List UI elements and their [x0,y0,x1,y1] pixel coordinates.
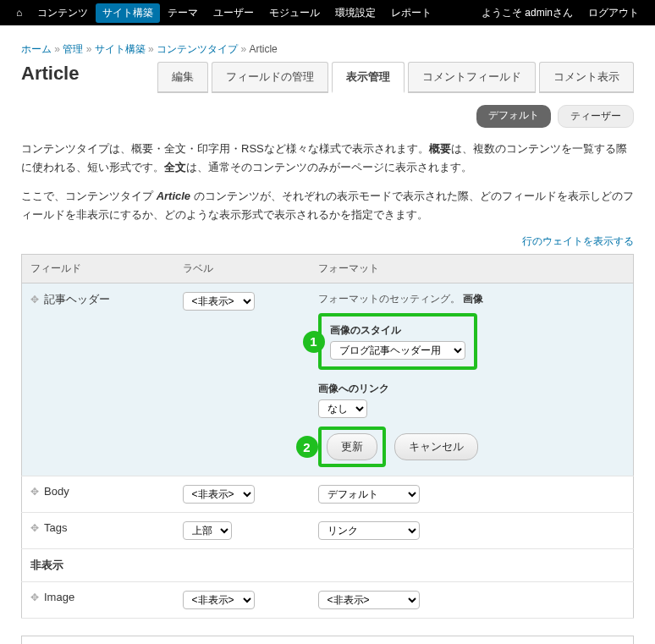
annotation-badge-2: 2 [296,436,318,458]
nav-module[interactable]: モジュール [261,0,328,25]
custom-display-settings[interactable]: ▸カスタムの表示設定 [21,636,634,644]
field-display-table: フィールド ラベル フォーマット ✥記事ヘッダー <非表示> フォーマットのセッ… [21,254,634,619]
tab-manage-fields[interactable]: フィールドの管理 [212,62,328,93]
annotation-badge-1: 1 [303,331,325,353]
crumb-structure[interactable]: サイト構築 [95,43,146,55]
nav-config[interactable]: 環境設定 [328,0,383,25]
subtab-default[interactable]: デフォルト [476,105,551,128]
nav-theme[interactable]: テーマ [160,0,206,25]
logout-link[interactable]: ログアウト [581,0,647,25]
update-button[interactable]: 更新 [327,433,377,460]
help-text-2: ここで、コンテンツタイプ Article のコンテンツが、それぞれの表示モードで… [21,187,634,224]
highlight-box-2: 2 更新 [318,427,386,467]
hidden-section-title: 非表示 [22,549,634,582]
nav-user[interactable]: ユーザー [206,0,261,25]
table-row: ✥Body <非表示> デフォルト [22,476,634,513]
nav-report[interactable]: レポート [383,0,439,25]
image-link-label: 画像へのリンク [318,382,625,396]
format-settings-heading: フォーマットのセッティング。 画像 [318,292,625,306]
table-row: ✥Tags 上部 リンク [22,513,634,549]
nav-structure[interactable]: サイト構築 [96,3,160,23]
nav-content[interactable]: コンテンツ [30,0,96,25]
crumb-home[interactable]: ホーム [21,43,52,55]
primary-tabs: 編集 フィールドの管理 表示管理 コメントフィールド コメント表示 [157,62,634,93]
table-row: ✥Image <非表示> <非表示> [22,582,634,619]
welcome-text[interactable]: ようこそ adminさん [474,0,581,25]
table-row: ✥記事ヘッダー <非表示> フォーマットのセッティング。 画像 1 画像のスタイ… [22,283,634,476]
th-label: ラベル [174,255,310,283]
field-name: Body [44,485,69,498]
tab-comment-fields[interactable]: コメントフィールド [408,62,536,93]
page-title: Article [21,63,79,85]
secondary-tabs: デフォルト ティーザー [21,105,634,128]
highlight-box-1: 1 画像のスタイル ブログ記事ヘッダー用 [318,313,477,370]
format-select[interactable]: <非表示> [318,591,420,609]
show-row-weights-link[interactable]: 行のウェイトを表示する [522,235,634,247]
image-link-select[interactable]: なし [318,399,367,418]
crumb-contenttype[interactable]: コンテンツタイプ [157,43,238,55]
drag-handle-icon[interactable]: ✥ [30,592,39,603]
field-name: Tags [44,521,67,534]
tab-edit[interactable]: 編集 [157,62,208,93]
drag-handle-icon[interactable]: ✥ [30,486,39,498]
section-row: 非表示 [22,549,634,582]
format-select[interactable]: デフォルト [318,485,420,504]
drag-handle-icon[interactable]: ✥ [30,294,39,305]
field-name: 記事ヘッダー [44,293,110,305]
format-select[interactable]: リンク [318,521,420,540]
th-format: フォーマット [310,255,634,283]
tab-manage-display[interactable]: 表示管理 [332,62,405,93]
th-field: フィールド [22,255,174,283]
tab-comment-display[interactable]: コメント表示 [539,62,634,93]
label-select[interactable]: <非表示> [183,591,255,609]
cancel-button[interactable]: キャンセル [394,433,478,460]
field-name: Image [44,591,74,603]
subtab-teaser[interactable]: ティーザー [558,105,634,128]
crumb-current: Article [249,43,277,55]
home-icon[interactable]: ⌂ [8,0,30,25]
top-nav: ⌂ コンテンツ サイト構築 テーマ ユーザー モジュール 環境設定 レポート よ… [0,0,655,25]
label-select[interactable]: <非表示> [183,485,255,504]
label-select[interactable]: <非表示> [183,292,255,311]
label-select[interactable]: 上部 [183,521,232,540]
image-style-label: 画像のスタイル [330,323,465,338]
drag-handle-icon[interactable]: ✥ [30,522,39,534]
help-text-1: コンテンツタイプは、概要・全文・印字用・RSSなど様々な様式で表示されます。概要… [21,140,634,177]
crumb-admin[interactable]: 管理 [63,43,83,55]
breadcrumb: ホーム » 管理 » サイト構築 » コンテンツタイプ » Article [21,42,634,57]
image-style-select[interactable]: ブログ記事ヘッダー用 [330,341,465,360]
